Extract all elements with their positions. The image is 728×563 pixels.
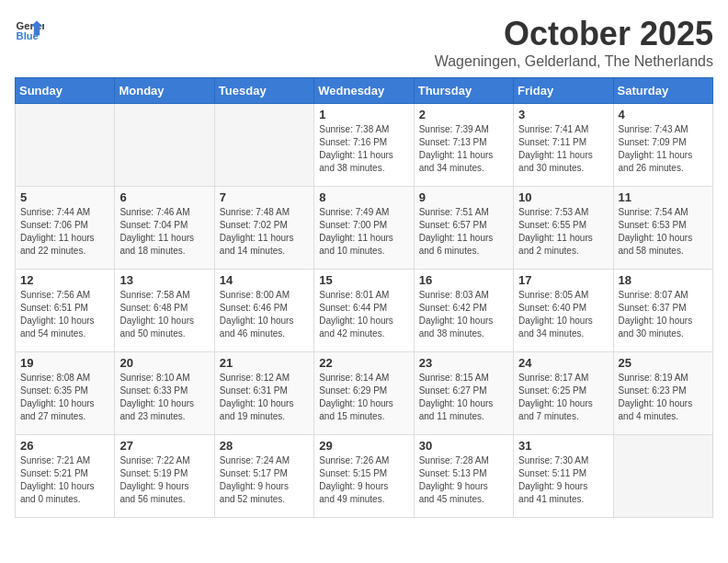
calendar-cell: 18Sunrise: 8:07 AM Sunset: 6:37 PM Dayli… [613, 270, 712, 352]
day-number: 10 [518, 190, 608, 204]
day-info: Sunrise: 7:24 AM Sunset: 5:17 PM Dayligh… [220, 454, 309, 506]
day-number: 23 [419, 356, 508, 370]
calendar-table: SundayMondayTuesdayWednesdayThursdayFrid… [15, 77, 713, 518]
day-number: 6 [119, 190, 209, 204]
day-number: 24 [518, 356, 608, 370]
day-info: Sunrise: 8:15 AM Sunset: 6:27 PM Dayligh… [419, 372, 508, 423]
day-info: Sunrise: 7:26 AM Sunset: 5:15 PM Dayligh… [319, 454, 408, 506]
calendar-cell: 28Sunrise: 7:24 AM Sunset: 5:17 PM Dayli… [214, 435, 313, 518]
calendar-cell [16, 104, 115, 187]
day-info: Sunrise: 8:03 AM Sunset: 6:42 PM Dayligh… [419, 289, 508, 340]
calendar-week-row: 5Sunrise: 7:44 AM Sunset: 7:06 PM Daylig… [16, 187, 713, 270]
calendar-cell: 1Sunrise: 7:38 AM Sunset: 7:16 PM Daylig… [314, 104, 414, 187]
day-number: 15 [319, 273, 408, 287]
header-thursday: Thursday [414, 78, 513, 104]
calendar-cell: 9Sunrise: 7:51 AM Sunset: 6:57 PM Daylig… [414, 187, 513, 270]
day-info: Sunrise: 7:39 AM Sunset: 7:13 PM Dayligh… [419, 123, 508, 175]
calendar-cell: 12Sunrise: 7:56 AM Sunset: 6:51 PM Dayli… [16, 270, 115, 352]
header-monday: Monday [115, 78, 214, 104]
day-number: 30 [419, 439, 508, 453]
calendar-cell: 22Sunrise: 8:14 AM Sunset: 6:29 PM Dayli… [314, 352, 414, 435]
day-number: 25 [619, 356, 708, 370]
day-info: Sunrise: 7:51 AM Sunset: 6:57 PM Dayligh… [419, 206, 508, 258]
day-info: Sunrise: 8:12 AM Sunset: 6:31 PM Dayligh… [220, 372, 309, 423]
calendar-cell: 21Sunrise: 8:12 AM Sunset: 6:31 PM Dayli… [214, 352, 313, 435]
day-info: Sunrise: 7:28 AM Sunset: 5:13 PM Dayligh… [419, 454, 508, 506]
day-number: 16 [419, 273, 508, 287]
calendar-cell: 29Sunrise: 7:26 AM Sunset: 5:15 PM Dayli… [314, 435, 414, 518]
day-info: Sunrise: 7:30 AM Sunset: 5:11 PM Dayligh… [518, 454, 608, 506]
calendar-cell: 27Sunrise: 7:22 AM Sunset: 5:19 PM Dayli… [115, 435, 214, 518]
calendar-cell: 7Sunrise: 7:48 AM Sunset: 7:02 PM Daylig… [214, 187, 313, 270]
logo-icon: General Blue [15, 15, 44, 44]
day-number: 7 [220, 190, 309, 204]
day-number: 1 [319, 108, 408, 121]
calendar-cell: 16Sunrise: 8:03 AM Sunset: 6:42 PM Dayli… [414, 270, 513, 352]
calendar-cell [613, 435, 712, 518]
day-info: Sunrise: 7:44 AM Sunset: 7:06 PM Dayligh… [20, 206, 109, 258]
day-info: Sunrise: 7:58 AM Sunset: 6:48 PM Dayligh… [119, 289, 209, 340]
day-number: 20 [119, 356, 209, 370]
calendar-week-row: 19Sunrise: 8:08 AM Sunset: 6:35 PM Dayli… [16, 352, 713, 435]
calendar-cell: 4Sunrise: 7:43 AM Sunset: 7:09 PM Daylig… [613, 104, 712, 187]
calendar-week-row: 12Sunrise: 7:56 AM Sunset: 6:51 PM Dayli… [16, 270, 713, 352]
logo: General Blue [15, 15, 44, 44]
day-number: 9 [419, 190, 508, 204]
day-info: Sunrise: 8:05 AM Sunset: 6:40 PM Dayligh… [518, 289, 608, 340]
calendar-cell: 17Sunrise: 8:05 AM Sunset: 6:40 PM Dayli… [514, 270, 613, 352]
calendar-cell [214, 104, 313, 187]
day-number: 4 [619, 108, 708, 121]
day-info: Sunrise: 7:46 AM Sunset: 7:04 PM Dayligh… [119, 206, 209, 258]
day-info: Sunrise: 7:38 AM Sunset: 7:16 PM Dayligh… [319, 123, 408, 175]
day-number: 12 [20, 273, 109, 287]
day-number: 18 [619, 273, 708, 287]
day-info: Sunrise: 7:56 AM Sunset: 6:51 PM Dayligh… [20, 289, 109, 340]
calendar-cell: 26Sunrise: 7:21 AM Sunset: 5:21 PM Dayli… [16, 435, 115, 518]
calendar-cell: 13Sunrise: 7:58 AM Sunset: 6:48 PM Dayli… [115, 270, 214, 352]
day-info: Sunrise: 8:14 AM Sunset: 6:29 PM Dayligh… [319, 372, 408, 423]
header-wednesday: Wednesday [314, 78, 414, 104]
day-info: Sunrise: 8:10 AM Sunset: 6:33 PM Dayligh… [119, 372, 209, 423]
day-number: 27 [119, 439, 209, 453]
day-info: Sunrise: 8:01 AM Sunset: 6:44 PM Dayligh… [319, 289, 408, 340]
day-info: Sunrise: 8:07 AM Sunset: 6:37 PM Dayligh… [619, 289, 708, 340]
day-number: 28 [220, 439, 309, 453]
day-info: Sunrise: 8:17 AM Sunset: 6:25 PM Dayligh… [518, 372, 608, 423]
day-info: Sunrise: 7:43 AM Sunset: 7:09 PM Dayligh… [619, 123, 708, 175]
day-number: 17 [518, 273, 608, 287]
day-info: Sunrise: 8:00 AM Sunset: 6:46 PM Dayligh… [220, 289, 309, 340]
day-info: Sunrise: 7:21 AM Sunset: 5:21 PM Dayligh… [20, 454, 109, 506]
day-info: Sunrise: 7:54 AM Sunset: 6:53 PM Dayligh… [619, 206, 708, 258]
day-info: Sunrise: 8:08 AM Sunset: 6:35 PM Dayligh… [20, 372, 109, 423]
day-number: 22 [319, 356, 408, 370]
day-number: 21 [220, 356, 309, 370]
calendar-cell: 30Sunrise: 7:28 AM Sunset: 5:13 PM Dayli… [414, 435, 513, 518]
calendar-cell: 14Sunrise: 8:00 AM Sunset: 6:46 PM Dayli… [214, 270, 313, 352]
calendar-cell: 6Sunrise: 7:46 AM Sunset: 7:04 PM Daylig… [115, 187, 214, 270]
day-number: 11 [619, 190, 708, 204]
header-sunday: Sunday [16, 78, 115, 104]
calendar-cell: 5Sunrise: 7:44 AM Sunset: 7:06 PM Daylig… [16, 187, 115, 270]
calendar-cell: 2Sunrise: 7:39 AM Sunset: 7:13 PM Daylig… [414, 104, 513, 187]
calendar-week-row: 1Sunrise: 7:38 AM Sunset: 7:16 PM Daylig… [16, 104, 713, 187]
day-number: 8 [319, 190, 408, 204]
calendar-cell: 24Sunrise: 8:17 AM Sunset: 6:25 PM Dayli… [514, 352, 613, 435]
calendar-cell: 15Sunrise: 8:01 AM Sunset: 6:44 PM Dayli… [314, 270, 414, 352]
day-info: Sunrise: 7:49 AM Sunset: 7:00 PM Dayligh… [319, 206, 408, 258]
day-number: 26 [20, 439, 109, 453]
calendar-cell: 25Sunrise: 8:19 AM Sunset: 6:23 PM Dayli… [613, 352, 712, 435]
calendar-cell: 23Sunrise: 8:15 AM Sunset: 6:27 PM Dayli… [414, 352, 513, 435]
day-info: Sunrise: 7:48 AM Sunset: 7:02 PM Dayligh… [220, 206, 309, 258]
calendar-cell: 10Sunrise: 7:53 AM Sunset: 6:55 PM Dayli… [514, 187, 613, 270]
calendar-week-row: 26Sunrise: 7:21 AM Sunset: 5:21 PM Dayli… [16, 435, 713, 518]
day-info: Sunrise: 7:22 AM Sunset: 5:19 PM Dayligh… [119, 454, 209, 506]
calendar-header-row: SundayMondayTuesdayWednesdayThursdayFrid… [16, 78, 713, 104]
day-number: 31 [518, 439, 608, 453]
header-saturday: Saturday [613, 78, 712, 104]
day-number: 3 [518, 108, 608, 121]
page-header: General Blue October 2025 Wageningen, Ge… [15, 15, 713, 70]
day-info: Sunrise: 8:19 AM Sunset: 6:23 PM Dayligh… [619, 372, 708, 423]
calendar-cell: 20Sunrise: 8:10 AM Sunset: 6:33 PM Dayli… [115, 352, 214, 435]
calendar-cell: 31Sunrise: 7:30 AM Sunset: 5:11 PM Dayli… [514, 435, 613, 518]
day-number: 14 [220, 273, 309, 287]
